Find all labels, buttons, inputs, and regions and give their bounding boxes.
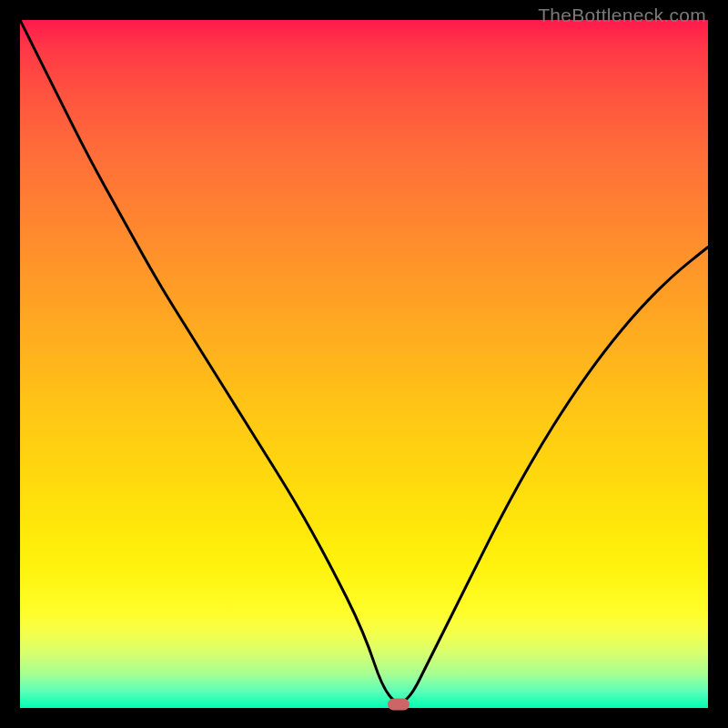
chart-container: TheBottleneck.com [0, 0, 728, 728]
bottleneck-curve [20, 20, 708, 708]
watermark: TheBottleneck.com [538, 5, 706, 26]
optimal-point-marker [388, 699, 410, 711]
